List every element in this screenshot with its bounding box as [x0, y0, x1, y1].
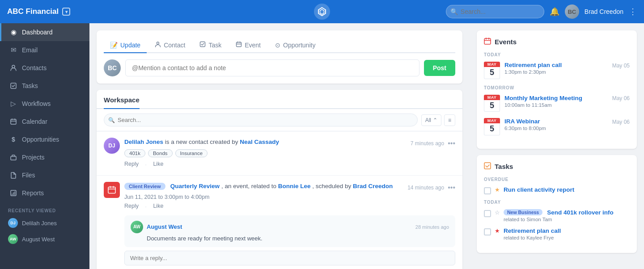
topnav-more-icon[interactable]: ⋮	[629, 7, 637, 17]
sidebar-item-tasks[interactable]: Tasks	[0, 77, 89, 95]
sidebar-label-files: Files	[22, 172, 35, 179]
task-checkbox-2[interactable]	[484, 210, 491, 217]
tab-event[interactable]: Event	[229, 38, 267, 53]
feed-like-btn-1[interactable]: Like	[153, 161, 163, 169]
workflows-icon: ▷	[9, 100, 17, 108]
brand-dropdown[interactable]: ▾	[62, 8, 70, 16]
main-content: 📝 Update Contact	[89, 23, 470, 269]
task-name-3[interactable]: Retirement plan call	[504, 227, 561, 234]
write-reply-input[interactable]	[124, 251, 455, 265]
event-date-text-1: May 05	[612, 63, 630, 69]
task-item-2: ☆ New Business Send 401k rollover info r…	[484, 209, 630, 222]
feed-item-1-header: DJ Delilah Jones is a new contact create…	[104, 138, 455, 169]
sidebar-item-files[interactable]: Files	[0, 166, 89, 184]
feed-link-quarterly[interactable]: Quarterly Review	[170, 183, 220, 189]
event-name-3[interactable]: IRA Webinar	[504, 118, 540, 125]
feed-content-2: Client Review Quarterly Review , an even…	[124, 182, 455, 210]
nested-time: 28 minutes ago	[415, 224, 449, 230]
event-time-2: 10:00am to 11:15am	[504, 102, 630, 108]
svg-marker-1	[320, 9, 324, 14]
feed-reply-btn-1[interactable]: Reply	[124, 161, 139, 169]
sidebar-item-contacts[interactable]: Contacts	[0, 59, 89, 77]
event-tab-icon	[236, 41, 242, 49]
task-related-2: related to Simon Tam	[504, 217, 614, 222]
feed-actions-1: Reply · Like	[124, 161, 455, 169]
notifications-bell-icon[interactable]: 🔔	[550, 7, 559, 17]
user-avatar[interactable]: BC	[565, 4, 579, 19]
event-time-1: 1:30pm to 2:30pm	[504, 69, 630, 75]
feed-link-delilah[interactable]: Delilah Jones	[124, 139, 163, 145]
sidebar-label-tasks: Tasks	[22, 82, 38, 89]
tab-contact[interactable]: Contact	[148, 38, 191, 53]
tab-contact-label: Contact	[164, 42, 185, 49]
task-star-1[interactable]: ★	[495, 186, 500, 193]
event-name-2[interactable]: Monthly Marketing Meeting	[504, 95, 582, 101]
recently-viewed-label: RECENTLY VIEWED	[0, 202, 89, 215]
workspace-card: Workspace 🔍 All ⌃ ≡	[97, 90, 462, 269]
sidebar-label-calendar: Calendar	[22, 118, 47, 125]
task-name-1[interactable]: Run client activity report	[504, 186, 574, 193]
rv-avatar-august: AW	[8, 234, 18, 244]
sidebar-item-workflows[interactable]: ▷ Workflows	[0, 95, 89, 113]
tasks-card: Tasks OVERDUE ★ Run client activity repo…	[477, 155, 637, 253]
svg-point-2	[12, 65, 15, 68]
tab-opportunity[interactable]: ⊙ Opportunity	[269, 38, 322, 53]
search-input[interactable]	[446, 5, 544, 18]
sidebar-label-workflows: Workflows	[22, 100, 51, 107]
feed-link-neal[interactable]: Neal Cassady	[240, 139, 279, 145]
post-note-input[interactable]	[125, 59, 419, 76]
tab-task[interactable]: Task	[193, 38, 228, 53]
task-checkbox-1[interactable]	[484, 187, 491, 194]
task-details-2: New Business Send 401k rollover info rel…	[504, 209, 614, 222]
sidebar-label-reports: Reports	[22, 189, 44, 197]
recently-viewed-august[interactable]: AW August West	[0, 231, 89, 247]
feed-item-1: DJ Delilah Jones is a new contact create…	[97, 131, 462, 176]
svg-rect-4	[11, 119, 16, 124]
sidebar-item-email[interactable]: ✉ Email	[0, 41, 89, 59]
task-name-2[interactable]: Send 401k rollover info	[547, 209, 614, 216]
feed-time-2: 14 minutes ago	[407, 185, 444, 191]
topnav-right-section: 🔍 🔔 BC Brad Creedon ⋮	[446, 4, 637, 19]
event-item-3: MAY 5 IRA Webinar May 06 6:30pm to 8:00p…	[484, 118, 630, 135]
task-star-3[interactable]: ★	[495, 227, 500, 234]
feed-text-2: Client Review Quarterly Review , an even…	[124, 182, 393, 191]
post-card: 📝 Update Contact	[97, 30, 462, 84]
feed-tags-1: 401k Bonds Insurance	[124, 149, 455, 157]
tasks-title: Tasks	[495, 163, 513, 170]
feed-link-brad[interactable]: Brad Creedon	[353, 183, 393, 189]
event-name-1[interactable]: Retirement plan call	[504, 62, 562, 68]
reports-icon	[9, 189, 17, 197]
task-star-2[interactable]: ☆	[495, 209, 500, 216]
events-card-title: Events	[484, 38, 630, 46]
contacts-icon	[9, 64, 17, 72]
ws-search-wrapper: 🔍	[104, 113, 418, 126]
recently-viewed-delilah[interactable]: DJ Delilah Jones	[0, 215, 89, 231]
event-info-1: Retirement plan call May 05 1:30pm to 2:…	[504, 62, 630, 75]
reply-input-row	[124, 251, 455, 265]
filter-all-button[interactable]: All ⌃	[421, 114, 441, 126]
tab-update[interactable]: 📝 Update	[104, 38, 147, 53]
feed-reply-btn-2[interactable]: Reply	[124, 203, 139, 211]
feed-link-bonnie[interactable]: Bonnie Lee	[278, 183, 311, 189]
feed-avatar-delilah: DJ	[104, 138, 120, 154]
feed-more-icon-2[interactable]: •••	[448, 184, 455, 192]
sidebar-item-reports[interactable]: Reports	[0, 184, 89, 202]
sidebar-item-calendar[interactable]: Calendar	[0, 113, 89, 130]
task-item-3: ★ Retirement plan call related to Kaylee…	[484, 227, 630, 240]
svg-rect-5	[11, 156, 16, 160]
sidebar-item-dashboard[interactable]: ◉ Dashboard	[0, 23, 89, 41]
feed-more-icon-1[interactable]: •••	[448, 139, 455, 147]
sidebar-item-projects[interactable]: Projects	[0, 148, 89, 166]
sidebar-item-opportunities[interactable]: $ Opportunities	[0, 130, 89, 148]
events-tomorrow-label: TOMORROW	[484, 85, 630, 90]
feed-like-btn-2[interactable]: Like	[153, 203, 163, 211]
task-checkbox-3[interactable]	[484, 228, 491, 235]
workspace-search-input[interactable]	[104, 113, 418, 126]
filter-options-button[interactable]: ≡	[444, 114, 455, 126]
brand-logo[interactable]: ABC Financial ▾	[7, 7, 70, 16]
tasks-overdue-label: OVERDUE	[484, 177, 630, 182]
post-button[interactable]: Post	[424, 60, 455, 76]
brand-name: ABC Financial	[7, 7, 59, 16]
opportunity-tab-icon: ⊙	[275, 42, 280, 49]
nested-name[interactable]: August West	[147, 223, 182, 230]
